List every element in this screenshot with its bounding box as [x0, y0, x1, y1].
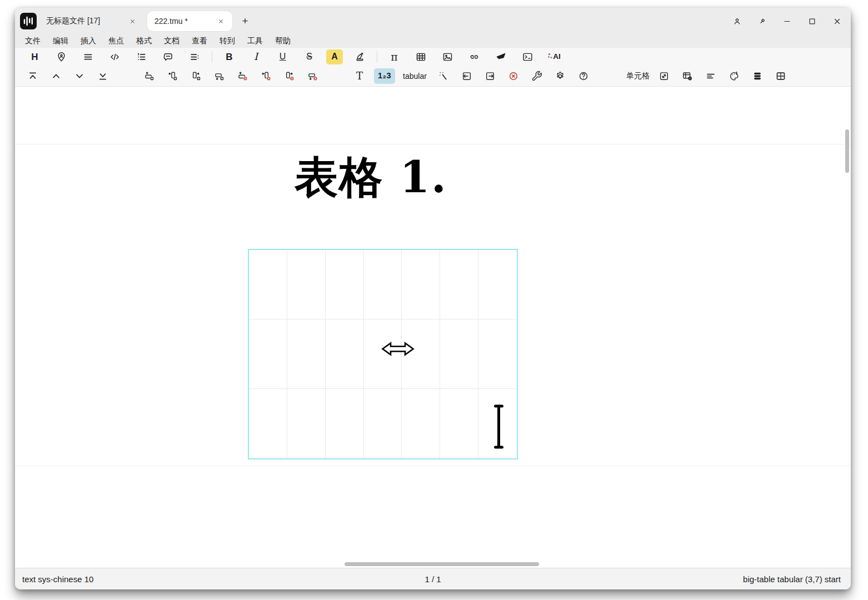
menu-item-format[interactable]: 格式 [136, 35, 152, 47]
table-borders-button[interactable] [772, 68, 790, 84]
magic-wand-button[interactable] [435, 68, 452, 84]
table-cell[interactable] [402, 250, 440, 319]
delete-row-above-icon [237, 71, 248, 82]
text-mode-button[interactable]: T [351, 68, 368, 84]
image-button[interactable] [438, 49, 457, 64]
comment-button[interactable] [158, 49, 178, 64]
tab-title: 无标题文件 [17] [46, 16, 100, 26]
insert-table-button[interactable] [411, 49, 431, 64]
insert-row-below-button[interactable] [211, 68, 228, 84]
horizontal-scrollbar-thumb[interactable] [345, 562, 539, 566]
underline-button[interactable]: U [273, 49, 292, 64]
menu-item-document[interactable]: 文档 [163, 35, 180, 47]
delete-column-right-button[interactable] [281, 68, 298, 84]
flag-button[interactable] [491, 49, 511, 64]
tab-close-button[interactable] [214, 15, 227, 27]
insert-column-right-button[interactable] [187, 68, 205, 84]
exit-right-button[interactable] [481, 68, 499, 84]
account-button[interactable] [729, 13, 745, 29]
heading-button[interactable]: H [25, 49, 44, 64]
insert-column-left-button[interactable] [164, 68, 182, 84]
code-button[interactable] [105, 49, 124, 64]
menu-item-insert[interactable]: 插入 [80, 35, 97, 47]
align-lines-icon [705, 71, 716, 82]
palette-button[interactable] [725, 68, 743, 84]
delete-row-above-button[interactable] [234, 68, 252, 84]
delete-row-below-button[interactable] [304, 68, 322, 84]
exit-right-icon [485, 71, 496, 82]
jump-bottom-button[interactable] [94, 68, 112, 84]
ink-color-icon [354, 51, 366, 63]
chevron-down-button[interactable] [71, 68, 88, 84]
link-button[interactable] [465, 49, 484, 64]
menu-item-help[interactable]: 帮助 [275, 35, 291, 47]
numbered-list-button[interactable] [132, 49, 151, 64]
table-cell[interactable] [249, 319, 287, 389]
maximize-button[interactable] [804, 13, 820, 29]
wrench-button[interactable] [528, 68, 546, 84]
heading-icon: H [31, 52, 38, 62]
menu-item-file[interactable]: 文件 [24, 35, 41, 47]
paragraph-lines-button[interactable] [78, 49, 98, 64]
tab-222-tmu[interactable]: 222.tmu * [147, 11, 232, 31]
ai-button[interactable]: AI [545, 49, 564, 64]
table-cell[interactable] [249, 389, 287, 458]
delete-column-left-button[interactable] [257, 68, 275, 84]
jump-top-button[interactable] [24, 68, 42, 84]
tab-untitled-document[interactable]: 无标题文件 [17] [44, 11, 143, 31]
math-button[interactable]: π [385, 49, 404, 64]
table-cell[interactable] [402, 389, 440, 458]
menu-item-focus[interactable]: 焦点 [108, 35, 124, 47]
align-lines-button[interactable] [702, 68, 720, 84]
table-settings-button[interactable] [679, 68, 696, 84]
numeric-mode-button[interactable]: 1₂3 [374, 68, 395, 84]
terminal-button[interactable] [518, 49, 537, 64]
delete-row-below-icon [307, 71, 318, 82]
detailed-list-button[interactable] [185, 49, 204, 64]
table-cell[interactable] [287, 389, 326, 458]
table-cell[interactable] [440, 250, 478, 319]
table-cell[interactable] [440, 389, 478, 458]
paragraph-lines-icon [82, 51, 94, 63]
underline-icon: U [280, 52, 286, 61]
document-canvas[interactable]: 表格 1. [15, 87, 851, 568]
ink-color-button[interactable] [350, 49, 370, 64]
cell-resize-button[interactable] [655, 68, 673, 84]
table-cell[interactable] [287, 319, 326, 389]
table-cell[interactable] [440, 319, 478, 389]
table-cell[interactable] [326, 319, 364, 389]
close-window-button[interactable] [829, 13, 845, 29]
menu-item-go[interactable]: 转到 [219, 35, 236, 47]
exit-left-button[interactable] [458, 68, 476, 84]
layers-stack-button[interactable] [749, 68, 766, 84]
table-cell[interactable] [287, 250, 326, 319]
chevron-up-button[interactable] [47, 68, 65, 84]
table-cell[interactable] [326, 250, 364, 319]
cell-resize-icon [659, 71, 670, 82]
table-cell[interactable] [478, 250, 517, 319]
table-cell[interactable] [478, 319, 517, 389]
bold-button[interactable]: B [220, 49, 239, 64]
menu-item-view[interactable]: 查看 [191, 35, 208, 47]
table-cell[interactable] [249, 250, 287, 319]
table-cell[interactable] [364, 250, 402, 319]
text-mode-icon: T [356, 71, 363, 81]
menu-item-edit[interactable]: 编辑 [52, 35, 69, 47]
italic-button[interactable]: I [246, 49, 266, 64]
help-button[interactable] [575, 68, 592, 84]
insert-row-above-button[interactable] [141, 68, 158, 84]
strikethrough-button[interactable]: S [300, 49, 319, 64]
delete-table-button[interactable] [505, 68, 522, 84]
menu-item-tools[interactable]: 工具 [247, 35, 263, 47]
minimize-button[interactable] [779, 13, 795, 29]
map-pin-button[interactable] [52, 49, 71, 64]
table-cell[interactable] [364, 389, 402, 458]
text-color-button[interactable]: A [326, 49, 343, 64]
tabular-mode-label[interactable]: tabular [401, 68, 429, 84]
gear-button[interactable] [551, 68, 569, 84]
table-cell[interactable] [326, 389, 364, 458]
tab-close-button[interactable] [126, 15, 138, 27]
new-tab-button[interactable]: + [237, 13, 253, 29]
vertical-scrollbar-thumb[interactable] [845, 129, 849, 173]
pin-window-button[interactable] [754, 13, 770, 29]
